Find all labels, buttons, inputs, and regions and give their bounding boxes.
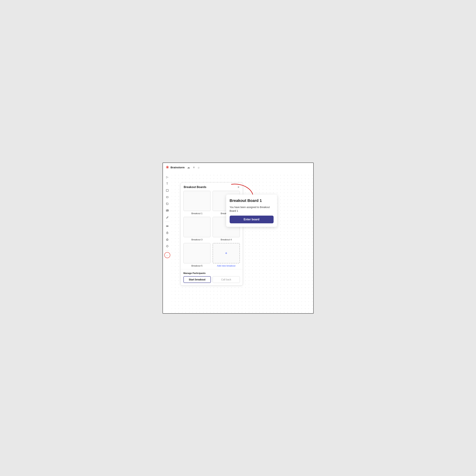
svg-rect-2: [166, 203, 168, 205]
template-icon[interactable]: [164, 243, 170, 249]
close-button[interactable]: ×: [238, 186, 239, 189]
manage-buttons: Start breakout Call back: [184, 276, 240, 283]
breakout-label-4: Breakout 4: [221, 238, 232, 241]
start-breakout-button[interactable]: Start breakout: [184, 276, 211, 283]
breakout-label-1: Breakout 1: [191, 212, 203, 215]
add-breakout-thumb[interactable]: +: [213, 243, 240, 263]
main-canvas: Breakout Boards × Breakout 1 Breakout 2 …: [172, 172, 313, 313]
timer-icon[interactable]: [164, 230, 170, 236]
breakout-thumb-3[interactable]: [184, 217, 211, 237]
add-breakout-label[interactable]: Add new breakout: [217, 264, 236, 267]
notification-body: You have been assigned to Breakout Board…: [230, 205, 273, 213]
call-back-button: Call back: [213, 276, 240, 283]
rect-icon[interactable]: [164, 194, 170, 200]
breakout-panel-header: Breakout Boards ×: [181, 183, 243, 191]
app-logo: ✳: [166, 165, 169, 170]
text-icon[interactable]: T: [164, 181, 170, 187]
image-icon[interactable]: [164, 207, 170, 214]
svg-line-7: [168, 216, 168, 217]
breakout-item-1: Breakout 1: [184, 191, 211, 215]
star-icon[interactable]: [164, 237, 170, 242]
cloud-icon[interactable]: ☁: [187, 165, 191, 170]
notification-title: Breakout Board 1: [230, 198, 273, 203]
link-icon[interactable]: [164, 223, 170, 229]
breakout-label-5: Breakout 5: [191, 264, 203, 267]
breakout-thumb-5[interactable]: [184, 243, 211, 263]
more-options-icon[interactable]: ···: [164, 252, 170, 258]
breakout-thumb-1[interactable]: [184, 191, 211, 211]
sidebar-separator: [165, 221, 170, 222]
top-bar: ✳ Brainstorm ☁ ≡ ⌕: [163, 163, 313, 172]
manage-title: Manage Participants: [184, 272, 240, 274]
enter-board-button[interactable]: Enter board: [230, 216, 273, 223]
breakout-item-5: Breakout 5: [184, 243, 211, 267]
search-icon[interactable]: ⌕: [197, 165, 200, 170]
svg-rect-0: [166, 189, 168, 191]
notification-popup: Breakout Board 1 You have been assigned …: [226, 194, 277, 227]
app-frame: ✳ Brainstorm ☁ ≡ ⌕ ▷ T: [163, 163, 314, 314]
cursor-icon[interactable]: ▷: [164, 174, 170, 180]
breakout-item-3: Breakout 3: [184, 217, 211, 241]
breakout-label-3: Breakout 3: [191, 238, 203, 241]
plus-icon: +: [225, 251, 227, 255]
frame-icon[interactable]: [164, 187, 170, 193]
svg-marker-13: [166, 238, 168, 240]
sidebar-separator-2: [165, 251, 170, 251]
sidebar: ▷ T: [163, 172, 172, 313]
manage-section: Manage Participants Start breakout Call …: [181, 269, 243, 285]
app-title: Brainstorm: [170, 166, 185, 169]
draw-icon[interactable]: [164, 214, 170, 220]
svg-rect-1: [166, 196, 168, 198]
crop-icon[interactable]: [164, 201, 170, 207]
breakout-panel-title: Breakout Boards: [184, 186, 206, 189]
menu-icon[interactable]: ≡: [192, 165, 195, 170]
add-breakout-item: + Add new breakout: [213, 243, 240, 267]
